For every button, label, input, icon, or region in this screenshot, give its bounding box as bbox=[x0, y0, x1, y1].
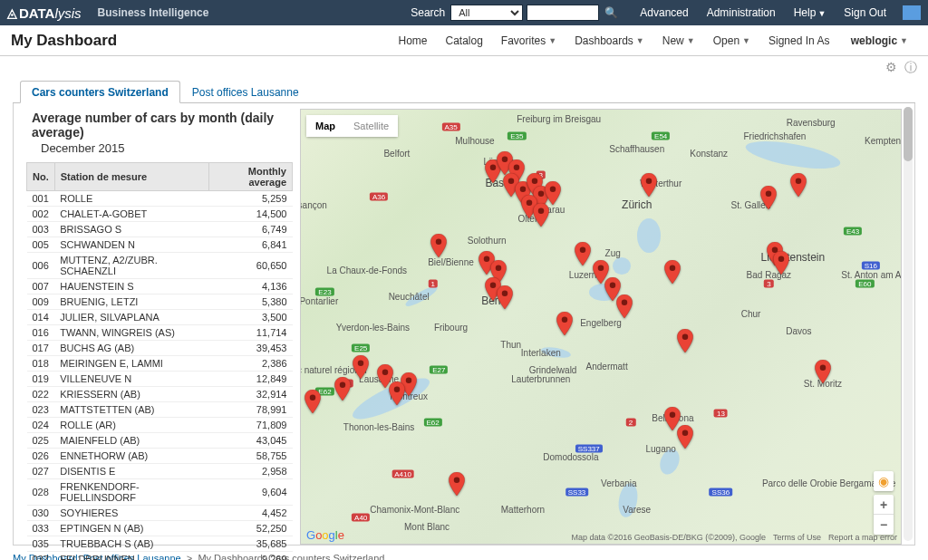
map-pin-icon[interactable] bbox=[760, 186, 777, 209]
col-avg[interactable]: Monthly average bbox=[208, 163, 292, 191]
zoom-in-button[interactable]: + bbox=[874, 495, 894, 515]
table-row[interactable]: 007HAUENSTEIN S4,136 bbox=[27, 279, 293, 294]
table-row[interactable]: 003BRISSAGO S6,749 bbox=[27, 222, 293, 237]
scrollbar-vertical[interactable] bbox=[904, 107, 913, 541]
pegman-button[interactable]: ◉ bbox=[874, 471, 894, 491]
table-row[interactable]: 006MUTTENZ, A2/ZUBR. SCHAENZLI60,650 bbox=[27, 253, 293, 279]
user-menu[interactable]: weblogic▼ bbox=[851, 34, 908, 47]
table-row[interactable]: 016TWANN, WINGREIS (AS)11,714 bbox=[27, 325, 293, 341]
nav-catalog[interactable]: Catalog bbox=[445, 34, 482, 47]
table-row[interactable]: 024ROLLE (AR)71,809 bbox=[27, 418, 293, 433]
app-switcher-button[interactable] bbox=[903, 5, 921, 20]
svg-point-7 bbox=[550, 187, 556, 193]
col-station[interactable]: Station de mesure bbox=[54, 163, 208, 191]
map-pin-icon[interactable] bbox=[545, 181, 561, 205]
map-pin-icon[interactable] bbox=[430, 234, 447, 257]
table-row[interactable]: 026ENNETHORW (AB)58,755 bbox=[27, 449, 293, 464]
map-pane[interactable]: MulhouseFreiburg im BreisgauBaselZürichB… bbox=[300, 109, 902, 545]
map-canvas[interactable]: MulhouseFreiburg im BreisgauBaselZürichB… bbox=[301, 110, 901, 544]
brand-suffix: lysis bbox=[54, 5, 81, 21]
table-row[interactable]: 028FRENKENDORF-FUELLINSDORF9,604 bbox=[27, 479, 293, 506]
administration-link[interactable]: Administration bbox=[707, 6, 776, 19]
svg-point-5 bbox=[532, 178, 538, 184]
scrollbar-thumb[interactable] bbox=[904, 107, 913, 161]
table-row[interactable]: 030SOYHIERES4,452 bbox=[27, 506, 293, 521]
table-row[interactable]: 001ROLLE5,259 bbox=[27, 191, 293, 207]
road-badge: SS36 bbox=[710, 488, 733, 496]
svg-point-14 bbox=[502, 291, 508, 297]
table-row[interactable]: 023MATTSTETTEN (AB)78,991 bbox=[27, 402, 293, 418]
table-row[interactable]: 017BUCHS AG (AB)39,453 bbox=[27, 341, 293, 356]
table-row[interactable]: 019VILLENEUVE N12,849 bbox=[27, 372, 293, 387]
svg-point-21 bbox=[766, 191, 772, 198]
map-pin-icon[interactable] bbox=[304, 390, 321, 413]
map-pin-icon[interactable] bbox=[616, 294, 633, 318]
nav-favorites[interactable]: Favorites▼ bbox=[501, 34, 556, 47]
brand-logo[interactable]: ◬ DATAlysis bbox=[7, 5, 82, 21]
lake-shape bbox=[637, 218, 661, 253]
svg-point-22 bbox=[796, 178, 802, 184]
toolbar-right: ⚙ ⓘ bbox=[0, 56, 928, 80]
map-attribution: Map data ©2016 GeoBasis-DE/BKG (©2009), … bbox=[572, 533, 766, 542]
table-row[interactable]: 005SCHWANDEN N6,841 bbox=[27, 237, 293, 253]
map-pin-icon[interactable] bbox=[815, 360, 831, 383]
search-icon[interactable]: 🔍 bbox=[604, 6, 618, 19]
tab-1[interactable]: Post offices Lausanne bbox=[180, 81, 311, 102]
map-pin-icon[interactable] bbox=[677, 329, 693, 352]
tab-0[interactable]: Cars counters Switzerland bbox=[20, 81, 180, 103]
table-row[interactable]: 037FELDBRUNNEN9,269 bbox=[27, 552, 293, 561]
table-row[interactable]: 018MEIRINGEN E, LAMMI2,386 bbox=[27, 356, 293, 372]
zoom-out-button[interactable]: − bbox=[874, 515, 894, 535]
city-label: Kempten bbox=[865, 135, 901, 145]
search-scope-select[interactable]: All bbox=[450, 5, 523, 21]
map-pin-icon[interactable] bbox=[677, 425, 693, 449]
help-icon[interactable]: ⓘ bbox=[904, 60, 917, 76]
table-row[interactable]: 033EPTINGEN N (AB)52,250 bbox=[27, 521, 293, 536]
table-row[interactable]: 014JULIER, SILVAPLANA3,500 bbox=[27, 310, 293, 325]
map-pin-icon[interactable] bbox=[556, 312, 573, 335]
map-pin-icon[interactable] bbox=[449, 472, 465, 496]
nav-new[interactable]: New▼ bbox=[662, 34, 695, 47]
city-label: Varese bbox=[623, 504, 651, 514]
col-no[interactable]: No. bbox=[27, 163, 55, 191]
nav-dashboards[interactable]: Dashboards▼ bbox=[575, 34, 644, 47]
signout-link[interactable]: Sign Out bbox=[844, 6, 886, 19]
map-pin-icon[interactable] bbox=[641, 173, 657, 197]
nav-open[interactable]: Open▼ bbox=[713, 34, 750, 47]
map-terms-link[interactable]: Terms of Use bbox=[773, 533, 821, 542]
table-row[interactable]: 035TRUEBBACH S (AB)35,685 bbox=[27, 536, 293, 552]
help-link[interactable]: Help▼ bbox=[794, 6, 826, 19]
advanced-link[interactable]: Advanced bbox=[640, 6, 688, 19]
svg-point-27 bbox=[454, 478, 460, 484]
table-row[interactable]: 009BRUENIG, LETZI5,380 bbox=[27, 294, 293, 310]
map-pin-icon[interactable] bbox=[773, 251, 789, 275]
map-type-map[interactable]: Map bbox=[306, 115, 344, 137]
map-type-satellite[interactable]: Satellite bbox=[344, 115, 398, 137]
map-pin-icon[interactable] bbox=[664, 260, 681, 284]
svg-point-36 bbox=[646, 178, 652, 184]
table-row[interactable]: 022KRIESSERN (AB)32,914 bbox=[27, 387, 293, 402]
table-row[interactable]: 025MAIENFELD (AB)43,045 bbox=[27, 433, 293, 449]
table-row[interactable]: 002CHALET-A-GOBET14,500 bbox=[27, 207, 293, 222]
nav-home[interactable]: Home bbox=[398, 34, 427, 47]
city-label: Besançon bbox=[300, 200, 327, 210]
map-pin-icon[interactable] bbox=[353, 355, 369, 379]
svg-point-30 bbox=[358, 360, 364, 366]
lake-shape bbox=[613, 257, 631, 275]
google-logo[interactable]: Google bbox=[306, 528, 344, 542]
svg-point-13 bbox=[490, 282, 497, 288]
map-pin-icon[interactable] bbox=[533, 203, 549, 227]
map-report-error-link[interactable]: Report a map error bbox=[828, 533, 897, 542]
map-pin-icon[interactable] bbox=[497, 285, 513, 309]
chevron-down-icon: ▼ bbox=[548, 36, 556, 45]
gear-icon[interactable]: ⚙ bbox=[885, 60, 897, 76]
table-row[interactable]: 027DISENTIS E2,958 bbox=[27, 464, 293, 479]
map-pin-icon[interactable] bbox=[389, 381, 405, 405]
search-input[interactable] bbox=[527, 5, 599, 21]
road-badge: E27 bbox=[430, 366, 448, 374]
road-badge: A35 bbox=[441, 123, 459, 131]
map-pin-icon[interactable] bbox=[575, 242, 591, 266]
map-pin-icon[interactable] bbox=[790, 173, 807, 197]
map-pin-icon[interactable] bbox=[334, 377, 351, 401]
city-label: Konstanz bbox=[690, 148, 728, 158]
